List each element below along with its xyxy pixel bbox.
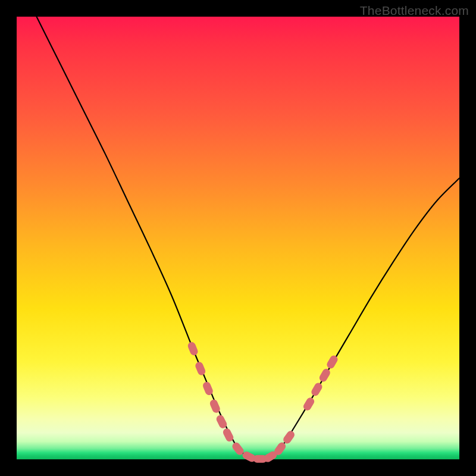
- curve-layer: [17, 17, 459, 459]
- plot-area: [17, 17, 459, 459]
- curve-marker: [187, 341, 199, 356]
- curve-marker: [194, 361, 206, 376]
- curve-marker: [318, 367, 331, 383]
- curve-marker: [325, 354, 339, 369]
- curve-markers: [187, 341, 339, 464]
- watermark-text: TheBottleneck.com: [360, 4, 469, 18]
- chart-frame: TheBottleneck.com: [0, 0, 476, 476]
- bottleneck-curve: [36, 17, 459, 459]
- curve-marker: [310, 381, 324, 397]
- curve-marker: [302, 396, 316, 412]
